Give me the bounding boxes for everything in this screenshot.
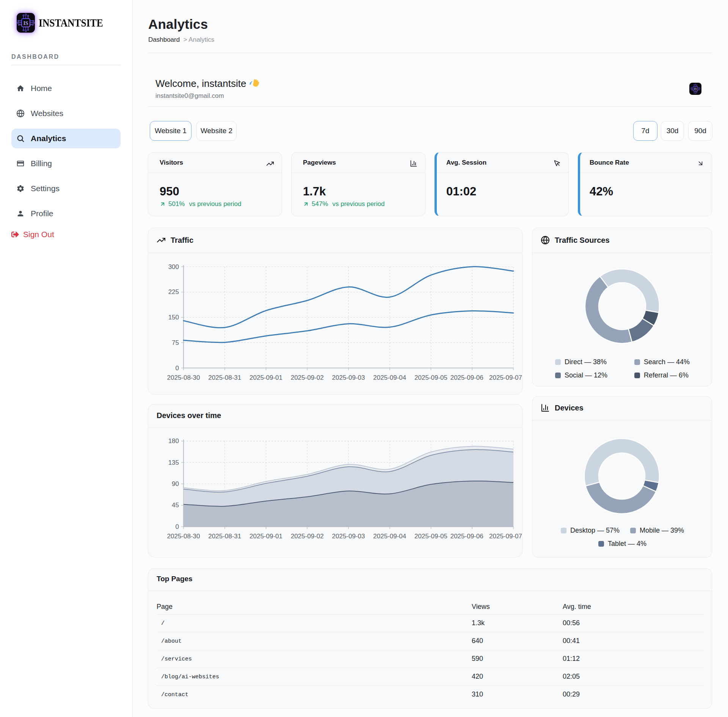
svg-text:300: 300 (168, 263, 179, 270)
svg-text:2025-09-06: 2025-09-06 (450, 374, 483, 381)
svg-text:IS: IS (694, 87, 697, 91)
svg-text:2025-09-04: 2025-09-04 (373, 533, 406, 540)
svg-text:135: 135 (168, 459, 179, 466)
svg-text:90: 90 (172, 480, 179, 487)
svg-text:2025-09-01: 2025-09-01 (249, 533, 282, 540)
svg-text:2025-08-30: 2025-08-30 (167, 374, 200, 381)
svg-text:2025-08-31: 2025-08-31 (208, 533, 241, 540)
svg-text:2025-08-30: 2025-08-30 (167, 533, 200, 540)
svg-text:2025-09-02: 2025-09-02 (291, 533, 324, 540)
svg-text:0: 0 (176, 365, 179, 372)
svg-text:2025-09-04: 2025-09-04 (373, 374, 406, 381)
svg-text:2025-09-07: 2025-09-07 (489, 533, 522, 540)
svg-text:45: 45 (172, 502, 179, 509)
svg-text:2025-09-03: 2025-09-03 (332, 374, 365, 381)
svg-text:2025-09-01: 2025-09-01 (249, 374, 282, 381)
svg-text:2025-09-06: 2025-09-06 (450, 533, 483, 540)
svg-text:75: 75 (172, 339, 179, 346)
svg-text:IS: IS (23, 20, 28, 26)
svg-text:2025-09-07: 2025-09-07 (489, 374, 522, 381)
svg-text:0: 0 (176, 523, 179, 530)
svg-text:225: 225 (168, 288, 179, 296)
svg-text:2025-09-05: 2025-09-05 (414, 533, 447, 540)
svg-text:180: 180 (168, 437, 179, 445)
svg-text:2025-08-31: 2025-08-31 (208, 374, 241, 381)
svg-text:2025-09-05: 2025-09-05 (414, 374, 447, 381)
svg-text:2025-09-03: 2025-09-03 (332, 533, 365, 540)
svg-text:2025-09-02: 2025-09-02 (291, 374, 324, 381)
svg-text:150: 150 (168, 314, 179, 321)
